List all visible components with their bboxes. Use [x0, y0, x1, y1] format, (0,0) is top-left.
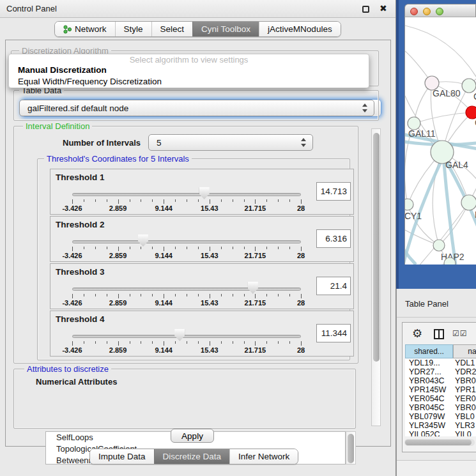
threshold-slider-track[interactable]	[72, 335, 301, 338]
tab-jactivemnodules[interactable]: jActiveMNodules	[259, 22, 341, 36]
column-header-name[interactable]: na	[453, 344, 476, 358]
slider-tick	[233, 294, 233, 296]
panel-vertical-scrollbar[interactable]	[371, 128, 381, 426]
table-row[interactable]: YDL19...YDL1	[405, 358, 476, 367]
window-close-icon[interactable]	[410, 8, 418, 15]
table-rows: YDL19...YDL1YDR27...YDR2YBR043CYBR0YPR14…	[405, 358, 476, 436]
network-node-hap2[interactable]	[433, 240, 445, 251]
slider-tick	[221, 199, 222, 202]
table-data-combobox[interactable]: galFiltered.sif default node	[19, 100, 374, 116]
table-row[interactable]: YBR043CYBR0	[405, 376, 476, 385]
table-row[interactable]: YDR27...YDR2	[405, 367, 476, 376]
table-panel-divider	[397, 317, 476, 318]
slider-tick-label: 2.859	[100, 299, 136, 307]
cell-shared-name: YER054C	[409, 394, 445, 403]
algorithm-option-manual-discretization[interactable]: Manual Discretization	[18, 65, 107, 75]
slider-tick	[233, 199, 233, 202]
gear-icon[interactable]: ⚙	[412, 326, 422, 341]
slider-tick-label: 28	[283, 204, 319, 212]
slider-tick	[130, 199, 130, 202]
node-label: GCY1	[405, 211, 422, 221]
slider-tick	[289, 247, 290, 249]
threshold-slider-thumb[interactable]	[199, 187, 210, 199]
tab-cyni-toolbox[interactable]: Cyni Toolbox	[192, 22, 259, 36]
threshold-value-field[interactable]: 14.713	[316, 182, 351, 201]
table-row[interactable]: YBL079WYBL0	[405, 412, 476, 421]
threshold-value-field[interactable]: 6.316	[316, 229, 351, 248]
slider-tick	[152, 294, 153, 296]
slider-tick	[95, 199, 96, 202]
network-view[interactable]: GAL80GACGAL11GAL4GCY1HHAP2	[404, 17, 476, 265]
network-node-gal11[interactable]	[408, 117, 420, 130]
window-zoom-icon[interactable]	[436, 8, 443, 15]
network-graph[interactable]: GAL80GACGAL11GAL4GCY1HHAP2	[405, 17, 476, 265]
column-header-shared-name[interactable]: shared...	[405, 344, 453, 358]
slider-tick-label: -3.426	[54, 252, 90, 259]
slider-tick-label: 15.43	[192, 346, 227, 354]
table-row[interactable]: YBR045CYBR0	[405, 403, 476, 412]
tab-infer-network[interactable]: Infer Network	[229, 449, 298, 464]
slider-tick	[141, 199, 141, 202]
threshold-slider-thumb[interactable]	[248, 282, 258, 294]
float-window-icon[interactable]	[362, 6, 369, 13]
network-node-ga[interactable]	[462, 79, 476, 93]
table-panel-footer	[397, 460, 476, 476]
window-minimize-icon[interactable]	[423, 8, 431, 15]
table-row[interactable]: YLR345WYLR3	[405, 421, 476, 430]
slider-tick-label: 21.715	[237, 252, 273, 259]
table-hscroll-thumb[interactable]	[405, 440, 472, 445]
algorithm-option-equal-width-frequency-discretization[interactable]: Equal Width/Frequency Discretization	[18, 77, 162, 86]
slider-tick	[84, 199, 84, 202]
cell-name: YIL0	[455, 430, 472, 436]
top-tab-bar: NetworkStyleSelectCyni ToolboxjActiveMNo…	[54, 21, 341, 37]
slider-tick	[95, 247, 96, 249]
slider-tick	[198, 199, 199, 202]
tab-network[interactable]: Network	[55, 22, 115, 36]
panel-scrollbar-thumb[interactable]	[373, 133, 380, 362]
interval-definition-group: Interval Definition Number of Intervals …	[13, 126, 358, 364]
threshold-slider-track[interactable]	[72, 240, 301, 243]
tab-label: Style	[124, 24, 143, 34]
table-row[interactable]: YER054CYER0	[405, 394, 476, 403]
tab-discretize-data[interactable]: Discretize Data	[154, 449, 230, 464]
network-node-gcy1[interactable]	[405, 199, 413, 210]
attributes-list-scrollbar[interactable]	[346, 431, 356, 464]
threshold-slider-thumb[interactable]	[174, 329, 185, 341]
network-edge[interactable]	[405, 263, 450, 265]
threshold-slider-track[interactable]	[72, 193, 301, 196]
tab-select[interactable]: Select	[151, 22, 193, 36]
table-row[interactable]: YIL052CYIL0	[405, 430, 476, 436]
attributes-scrollbar-thumb[interactable]	[348, 434, 354, 463]
slider-tick	[266, 247, 267, 249]
slider-tick	[221, 341, 222, 344]
close-icon[interactable]: ✖	[380, 3, 387, 13]
network-node-h[interactable]	[461, 195, 476, 210]
select-columns-icons[interactable]: ☑☑	[452, 329, 468, 338]
threshold-panel-4: Threshold 4-3.4262.8599.14415.4321.71528…	[50, 311, 354, 357]
threshold-value-field[interactable]: 11.344	[316, 324, 351, 342]
threshold-label: Threshold 4	[56, 314, 105, 324]
slider-tick	[255, 247, 256, 251]
slider-tick	[289, 341, 290, 344]
table-row[interactable]: YPR145WYPR1	[405, 385, 476, 394]
slider-tick	[84, 294, 84, 296]
slider-tick	[118, 341, 119, 346]
network-node-c[interactable]	[466, 106, 476, 119]
network-window-titlebar[interactable]	[404, 4, 476, 17]
slider-tick-label: -3.426	[54, 299, 90, 307]
slider-tick	[289, 199, 290, 202]
columns-icon[interactable]	[434, 329, 444, 339]
tab-style[interactable]: Style	[115, 22, 151, 36]
algorithm-placeholder-option[interactable]: Select algorithm to view settings	[9, 55, 369, 65]
slider-tick	[278, 247, 279, 249]
algorithm-dropdown-popup: Select algorithm to view settings Manual…	[8, 54, 369, 88]
tab-impute-data[interactable]: Impute Data	[90, 449, 154, 464]
apply-button[interactable]: Apply	[171, 429, 214, 443]
threshold-slider-thumb[interactable]	[138, 234, 148, 247]
threshold-value-field[interactable]: 21.4	[316, 277, 351, 295]
table-horizontal-scrollbar[interactable]	[404, 439, 475, 446]
tab-label: Infer Network	[238, 452, 289, 461]
threshold-panels: Threshold 1-3.4262.8599.14415.4321.71528…	[14, 127, 358, 363]
threshold-slider-track[interactable]	[72, 288, 301, 291]
tab-label: Network	[75, 24, 107, 34]
